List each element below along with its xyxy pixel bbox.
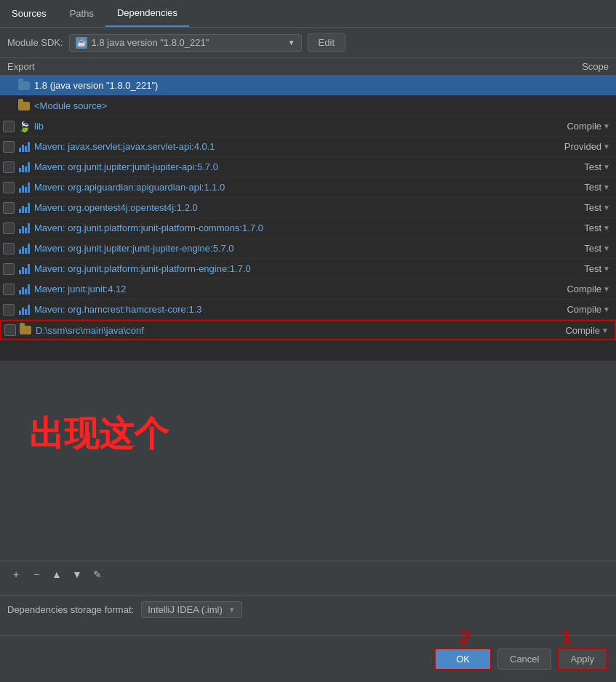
storage-format-dropdown[interactable]: IntelliJ IDEA (.iml) ▼ xyxy=(141,601,241,618)
tab-dependencies[interactable]: Dependencies xyxy=(105,0,189,27)
dep-scope-4[interactable]: Provided ▼ xyxy=(564,141,613,152)
move-down-button[interactable]: ▼ xyxy=(68,566,86,583)
dep-name-2: <Module source> xyxy=(34,100,613,111)
export-col-header: Export xyxy=(7,61,35,72)
dep-checkbox-12[interactable] xyxy=(3,304,15,316)
dep-name-6: Maven: org.apiguardian:apiguardian-api:1… xyxy=(34,182,578,193)
dep-scope-7[interactable]: Test ▼ xyxy=(584,202,613,213)
edit-dep-button[interactable]: ✎ xyxy=(89,566,106,583)
dep-checkbox-8[interactable] xyxy=(3,222,15,234)
dep-row-1[interactable]: 1.8 (java version "1.8.0_221") xyxy=(0,76,616,96)
sdk-icon: ☕ xyxy=(76,37,87,49)
dep-name-5: Maven: org.junit.jupiter:junit-jupiter-a… xyxy=(34,161,578,172)
storage-format-label: Dependencies storage format: xyxy=(7,604,134,615)
bottom-toolbar: + − ▲ ▼ ✎ xyxy=(0,561,616,587)
dep-name-1: 1.8 (java version "1.8.0_221") xyxy=(34,80,613,91)
dep-row-2[interactable]: <Module source> xyxy=(0,96,616,116)
dep-row-6[interactable]: Maven: org.apiguardian:apiguardian-api:1… xyxy=(0,177,616,198)
dep-checkbox-10[interactable] xyxy=(3,263,15,275)
maven-icon-6 xyxy=(17,181,31,194)
sdk-dropdown[interactable]: ☕ 1.8 java version "1.8.0_221" ▼ xyxy=(69,34,302,52)
dep-row-4[interactable]: Maven: javax.servlet:javax.servlet-api:4… xyxy=(0,137,616,157)
dep-scope-6[interactable]: Test ▼ xyxy=(584,182,613,193)
dep-row-12[interactable]: Maven: org.hamcrest:hamcrest-core:1.3 Co… xyxy=(0,300,616,320)
remove-dep-button[interactable]: − xyxy=(28,566,45,583)
dep-checkbox-9[interactable] xyxy=(3,243,15,254)
cancel-button[interactable]: Cancel xyxy=(497,649,551,670)
scope-arrow-9: ▼ xyxy=(603,244,610,252)
move-up-button[interactable]: ▲ xyxy=(48,566,65,583)
tab-paths[interactable]: Paths xyxy=(58,0,105,27)
annotation-text: 出现这个 xyxy=(29,411,169,457)
module-sdk-row: Module SDK: ☕ 1.8 java version "1.8.0_22… xyxy=(0,28,616,58)
maven-icon-4 xyxy=(17,140,31,153)
dep-row-13[interactable]: D:\ssm\src\main\java\conf Compile ▼ xyxy=(0,320,616,340)
dep-scope-13[interactable]: Compile ▼ xyxy=(565,325,612,336)
dep-checkbox-7[interactable] xyxy=(3,202,15,214)
sdk-dropdown-arrow: ▼ xyxy=(288,39,295,47)
sdk-value: 1.8 java version "1.8.0_221" xyxy=(92,37,209,48)
dep-name-13: D:\ssm\src\main\java\conf xyxy=(36,325,559,336)
dep-name-4: Maven: javax.servlet:javax.servlet-api:4… xyxy=(34,141,559,152)
dep-name-11: Maven: junit:junit:4.12 xyxy=(34,284,561,294)
bottom-buttons: OK Cancel Apply xyxy=(0,635,616,682)
module-sdk-label: Module SDK: xyxy=(7,37,63,48)
dep-row-7[interactable]: Maven: org.opentest4j:opentest4j:1.2.0 T… xyxy=(0,198,616,218)
dep-name-3: lib xyxy=(34,121,561,132)
dep-scope-5[interactable]: Test ▼ xyxy=(584,161,613,172)
tab-sources[interactable]: Sources xyxy=(0,0,58,27)
folder-plain-icon-2 xyxy=(17,100,31,113)
maven-icon-8 xyxy=(17,222,31,235)
edit-sdk-button[interactable]: Edit xyxy=(308,33,345,52)
leaf-icon: 🍃 xyxy=(17,120,31,133)
dep-name-9: Maven: org.junit.jupiter:junit-jupiter-e… xyxy=(34,243,578,254)
dep-row-10[interactable]: Maven: org.junit.platform:junit-platform… xyxy=(0,259,616,279)
dep-checkbox-6[interactable] xyxy=(3,182,15,193)
dep-name-10: Maven: org.junit.platform:junit-platform… xyxy=(34,263,578,274)
dep-scope-10[interactable]: Test ▼ xyxy=(584,263,613,274)
dep-scope-11[interactable]: Compile ▼ xyxy=(567,284,613,294)
folder-blue-icon xyxy=(17,79,31,92)
scope-arrow-13: ▼ xyxy=(601,326,609,334)
scope-arrow-5: ▼ xyxy=(603,163,610,171)
dep-scope-12[interactable]: Compile ▼ xyxy=(567,304,613,315)
folder-plain-icon-13 xyxy=(19,324,32,337)
dependencies-list: 1.8 (java version "1.8.0_221") <Module s… xyxy=(0,76,616,361)
dep-name-7: Maven: org.opentest4j:opentest4j:1.2.0 xyxy=(34,202,578,213)
dep-checkbox-11[interactable] xyxy=(3,284,15,295)
table-header: Export Scope xyxy=(0,58,616,76)
scope-arrow-6: ▼ xyxy=(603,183,610,191)
dep-scope-9[interactable]: Test ▼ xyxy=(584,243,613,254)
scope-arrow-7: ▼ xyxy=(603,204,610,212)
scope-arrow-8: ▼ xyxy=(603,224,610,232)
dep-name-12: Maven: org.hamcrest:hamcrest-core:1.3 xyxy=(34,304,561,315)
maven-icon-5 xyxy=(17,161,31,174)
dep-row-3[interactable]: 🍃 lib Compile ▼ xyxy=(0,116,616,137)
dep-checkbox-3[interactable] xyxy=(3,121,15,132)
dep-row-8[interactable]: Maven: org.junit.platform:junit-platform… xyxy=(0,218,616,238)
ok-button[interactable]: OK xyxy=(434,648,492,670)
dep-checkbox-13[interactable] xyxy=(4,324,16,336)
dep-row-11[interactable]: Maven: junit:junit:4.12 Compile ▼ xyxy=(0,279,616,300)
scope-arrow-10: ▼ xyxy=(603,265,610,273)
dep-name-8: Maven: org.junit.platform:junit-platform… xyxy=(34,222,578,233)
scope-arrow-11: ▼ xyxy=(603,285,610,293)
apply-button[interactable]: Apply xyxy=(557,648,607,670)
maven-icon-12 xyxy=(17,303,31,316)
add-dep-button[interactable]: + xyxy=(7,566,25,583)
scope-arrow-12: ▼ xyxy=(603,305,610,313)
dep-scope-8[interactable]: Test ▼ xyxy=(584,222,613,233)
storage-dropdown-arrow: ▼ xyxy=(228,606,236,614)
dep-checkbox-5[interactable] xyxy=(3,161,15,173)
storage-format-row: Dependencies storage format: IntelliJ ID… xyxy=(0,595,616,624)
scope-arrow-3: ▼ xyxy=(603,122,610,130)
maven-icon-11 xyxy=(17,283,31,296)
maven-icon-9 xyxy=(17,242,31,255)
dep-row-5[interactable]: Maven: org.junit.jupiter:junit-jupiter-a… xyxy=(0,157,616,177)
dep-scope-3[interactable]: Compile ▼ xyxy=(567,121,613,132)
scope-arrow-4: ▼ xyxy=(603,143,610,151)
maven-icon-10 xyxy=(17,262,31,276)
scope-col-header: Scope xyxy=(582,61,609,72)
dep-row-9[interactable]: Maven: org.junit.jupiter:junit-jupiter-e… xyxy=(0,238,616,259)
dep-checkbox-4[interactable] xyxy=(3,141,15,153)
